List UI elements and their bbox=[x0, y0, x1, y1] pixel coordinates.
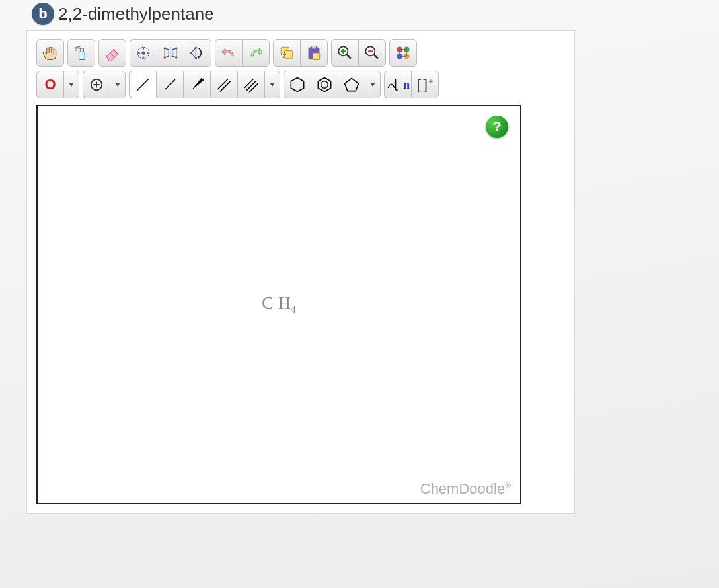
formula-sub: 4 bbox=[291, 304, 296, 315]
ring-dropdown[interactable] bbox=[365, 71, 381, 98]
chevron-down-icon bbox=[370, 83, 375, 87]
plus-circle-icon bbox=[89, 77, 104, 92]
bracket-charge-icon: [ ] +− bbox=[416, 76, 433, 94]
svg-point-3 bbox=[141, 51, 145, 54]
chevron-down-icon bbox=[270, 83, 275, 87]
paste-icon bbox=[305, 44, 323, 62]
svg-rect-1 bbox=[80, 48, 83, 52]
element-picker-dropdown[interactable] bbox=[63, 71, 79, 98]
cyclopentane-tool[interactable] bbox=[338, 71, 365, 98]
svg-marker-4 bbox=[165, 48, 169, 57]
element-symbol: O bbox=[44, 76, 56, 93]
svg-marker-29 bbox=[318, 78, 330, 92]
copy-button[interactable] bbox=[273, 39, 300, 67]
drawing-canvas[interactable]: ? C H4 ChemDoodle® bbox=[36, 105, 521, 504]
brand-label: ChemDoodle® bbox=[420, 480, 511, 497]
paste-button[interactable] bbox=[300, 39, 328, 67]
double-bond-tool[interactable] bbox=[210, 71, 237, 98]
formula-H: H bbox=[278, 293, 291, 312]
formula-C: C bbox=[262, 293, 273, 312]
copy-icon bbox=[278, 44, 296, 62]
default-molecule-label[interactable]: C H4 bbox=[262, 293, 296, 315]
spray-bottle-icon bbox=[72, 44, 91, 62]
svg-point-6 bbox=[164, 47, 167, 50]
brand-reg: ® bbox=[505, 481, 511, 490]
sketcher-panel: O bbox=[26, 30, 575, 514]
svg-point-12 bbox=[195, 57, 198, 59]
charge-dropdown[interactable] bbox=[110, 71, 126, 98]
chevron-down-icon bbox=[69, 83, 74, 87]
repeat-unit-tool[interactable]: n bbox=[384, 71, 411, 98]
increase-charge-tool[interactable] bbox=[83, 71, 110, 98]
cyclohexane-tool[interactable] bbox=[284, 71, 311, 98]
center-icon bbox=[134, 44, 153, 62]
svg-marker-31 bbox=[345, 78, 359, 91]
question-mark-icon: ? bbox=[492, 118, 501, 135]
zoom-in-button[interactable] bbox=[331, 39, 358, 67]
benzene-icon bbox=[315, 75, 334, 94]
erase-tool[interactable] bbox=[98, 39, 126, 67]
move-tool[interactable] bbox=[36, 39, 64, 67]
center-tool[interactable] bbox=[130, 39, 157, 67]
zoom-out-button[interactable] bbox=[358, 39, 386, 67]
molecule-template-icon bbox=[394, 44, 412, 62]
toolbar-row-1 bbox=[36, 39, 565, 67]
bond-dropdown[interactable] bbox=[264, 71, 280, 98]
benzene-tool[interactable] bbox=[311, 71, 338, 98]
question-heading: b 2,2-dimethylpentane bbox=[32, 3, 693, 25]
mirror-icon bbox=[161, 44, 180, 62]
svg-rect-0 bbox=[79, 52, 85, 59]
zoom-in-icon bbox=[336, 44, 354, 62]
triple-bond-icon bbox=[242, 75, 260, 94]
double-bond-icon bbox=[215, 75, 233, 94]
eraser-icon bbox=[103, 44, 122, 62]
svg-point-11 bbox=[195, 46, 198, 49]
dashed-wedge-icon bbox=[161, 75, 179, 94]
svg-point-9 bbox=[175, 56, 178, 59]
repeat-unit-icon bbox=[386, 76, 403, 93]
svg-marker-28 bbox=[291, 78, 303, 92]
single-bond-icon bbox=[133, 75, 152, 94]
wedge-icon bbox=[188, 75, 206, 94]
zoom-out-icon bbox=[363, 44, 381, 62]
brand-text: ChemDoodle bbox=[420, 480, 505, 497]
svg-point-13 bbox=[190, 52, 192, 54]
templates-button[interactable] bbox=[389, 39, 417, 67]
redo-icon bbox=[246, 44, 265, 62]
clear-tool[interactable] bbox=[67, 39, 95, 67]
hand-icon bbox=[41, 44, 59, 62]
chevron-down-icon bbox=[115, 83, 120, 87]
svg-point-8 bbox=[164, 56, 167, 59]
single-bond-tool[interactable] bbox=[129, 71, 156, 98]
repeat-n-label: n bbox=[403, 78, 410, 92]
undo-button[interactable] bbox=[215, 39, 242, 67]
compound-name: 2,2-dimethylpentane bbox=[58, 4, 214, 24]
element-picker[interactable]: O bbox=[36, 71, 63, 98]
wedge-bond-tool[interactable] bbox=[183, 71, 210, 98]
hexagon-icon bbox=[288, 75, 307, 94]
svg-rect-19 bbox=[313, 53, 320, 60]
part-letter-badge: b bbox=[32, 3, 54, 25]
mirror-tool[interactable] bbox=[157, 39, 184, 67]
undo-icon bbox=[219, 44, 238, 62]
help-button[interactable]: ? bbox=[486, 116, 508, 138]
svg-marker-5 bbox=[172, 48, 176, 57]
redo-button[interactable] bbox=[242, 39, 270, 67]
svg-marker-27 bbox=[191, 78, 204, 91]
recessed-bond-tool[interactable] bbox=[156, 71, 183, 98]
rotate-icon bbox=[188, 44, 207, 62]
rotate-tool[interactable] bbox=[184, 39, 211, 67]
svg-point-7 bbox=[175, 47, 178, 50]
pentagon-icon bbox=[342, 75, 361, 94]
charge-bracket-tool[interactable]: [ ] +− bbox=[411, 71, 439, 98]
svg-point-30 bbox=[321, 81, 328, 89]
toolbar-row-2: O bbox=[36, 71, 565, 98]
svg-rect-18 bbox=[312, 46, 317, 49]
triple-bond-tool[interactable] bbox=[237, 71, 264, 98]
